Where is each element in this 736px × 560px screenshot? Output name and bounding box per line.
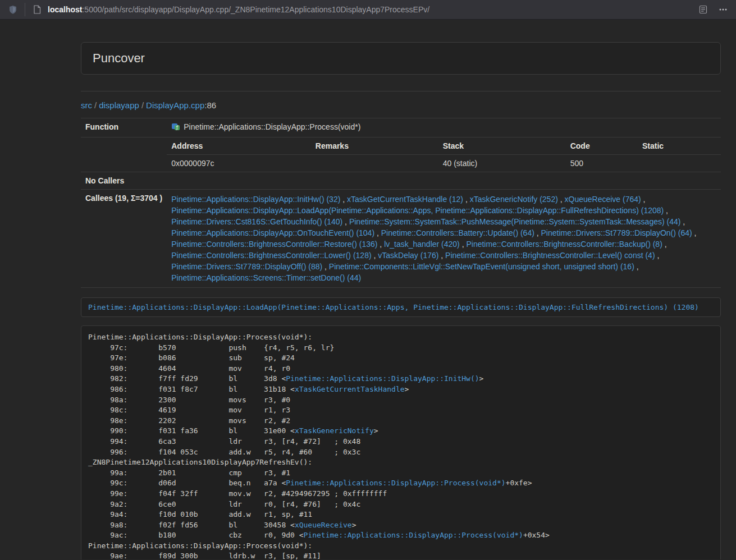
callee-link[interactable]: lv_task_handler (420) [384,240,460,249]
empty-row-label [81,137,167,172]
callee-link[interactable]: vTaskDelay (176) [378,251,438,260]
function-row-label: Function [81,118,167,137]
cell-code: 500 [566,155,638,172]
column-header-stack: Stack [438,137,566,155]
breadcrumb-displayapp-link[interactable]: displayapp [99,100,139,110]
more-menu-icon[interactable] [717,3,729,16]
breadcrumb-src-link[interactable]: src [81,100,92,110]
svg-text:ƒ: ƒ [176,125,179,130]
callee-link[interactable]: xQueueReceive (764) [565,195,641,204]
page-title: Puncover [93,51,145,65]
selected-symbol-link[interactable]: Pinetime::Applications::DisplayApp::Load… [88,303,699,311]
app-header: Puncover [81,42,721,75]
callee-link[interactable]: Pinetime::Applications::DisplayApp::Init… [171,195,340,204]
function-row: Function ƒ Pinetime::A [81,118,721,137]
callee-link[interactable]: Pinetime::Drivers::St7789::DisplayOff() … [171,262,322,271]
selected-symbol-panel: Pinetime::Applications::DisplayApp::Load… [81,297,721,317]
cell-static [638,155,721,172]
url-host: localhost [48,5,82,14]
column-header-remarks: Remarks [311,137,438,155]
callee-link[interactable]: Pinetime::Controllers::BrightnessControl… [445,251,655,260]
assembly-symbol-link[interactable]: Pinetime::Applications::DisplayApp::Init… [286,374,479,383]
callees-list: Pinetime::Applications::DisplayApp::Init… [167,190,721,288]
cell-stack: 40 (static) [438,155,566,172]
callee-link[interactable]: xTaskGetCurrentTaskHandle (12) [347,195,463,204]
breadcrumb-separator: / [141,100,144,110]
function-stats-row: Address Remarks Stack Code Static [81,137,721,172]
assembly-symbol-link[interactable]: xTaskGetCurrentTaskHandle [295,385,405,393]
callees-label: Callees (19, Σ=3704 ) [81,190,167,288]
no-callers-label: No Callers [81,172,167,190]
reader-view-icon[interactable] [697,3,709,16]
column-header-address: Address [167,137,311,155]
column-header-static: Static [638,137,721,155]
assembly-symbol-link[interactable]: xTaskGenericNotify [295,426,374,435]
callees-row: Callees (19, Σ=3704 ) Pinetime::Applicat… [81,190,721,288]
divider [81,91,721,91]
cell-address: 0x0000097c [167,155,311,172]
function-stats-table: Address Remarks Stack Code Static [167,137,721,172]
callee-link[interactable]: Pinetime::Controllers::Battery::Update()… [381,228,534,237]
callee-link[interactable]: Pinetime::Drivers::Cst816S::GetTouchInfo… [171,217,342,226]
assembly-symbol-link[interactable]: xQueueReceive [295,521,352,529]
callee-link[interactable]: Pinetime::Controllers::BrightnessControl… [171,251,371,260]
browser-toolbar: localhost:5000/path/src/displayapp/Displ… [0,0,736,20]
no-callers-cell [167,172,721,190]
page-content: Puncover src/displayapp/DisplayApp.cpp:8… [0,20,736,559]
callee-link[interactable]: xTaskGenericNotify (252) [470,195,558,204]
breadcrumb-line-number: :86 [204,100,216,110]
function-info-table: Function ƒ Pinetime::A [81,118,721,288]
url-bar[interactable]: localhost:5000/path/src/displayapp/Displ… [48,5,688,14]
column-header-code: Code [566,137,638,155]
url-path: :5000/path/src/displayapp/DisplayApp.cpp… [82,5,429,14]
function-icon: ƒ [171,122,180,131]
callee-link[interactable]: Pinetime::Controllers::BrightnessControl… [171,240,377,249]
page-icon [31,3,43,16]
breadcrumb-file-link[interactable]: DisplayApp.cpp [146,100,204,110]
callee-link[interactable]: Pinetime::Applications::Screens::Timer::… [171,273,361,282]
disassembly-panel: Pinetime::Applications::DisplayApp::Proc… [81,325,721,559]
callee-link[interactable]: Pinetime::Drivers::St7789::DisplayOn() (… [541,228,692,237]
shield-icon[interactable] [7,3,19,16]
browser-window: localhost:5000/path/src/displayapp/Displ… [0,0,736,560]
no-callers-row: No Callers [81,172,721,190]
callee-link[interactable]: Pinetime::Applications::DisplayApp::Load… [171,206,664,215]
cell-remarks [311,155,438,172]
table-row: 0x0000097c 40 (static) 500 [167,155,721,172]
callee-link[interactable]: Pinetime::Applications::DisplayApp::OnTo… [171,228,374,237]
callee-link[interactable]: Pinetime::Components::LittleVgl::SetNewT… [329,262,634,271]
breadcrumb: src/displayapp/DisplayApp.cpp:86 [81,100,721,110]
assembly-symbol-link[interactable]: Pinetime::Applications::DisplayApp::Proc… [286,479,505,487]
breadcrumb-separator: / [94,100,97,110]
toolbar-divider [25,3,25,16]
function-name: Pinetime::Applications::DisplayApp::Proc… [184,122,360,131]
disassembly-code: Pinetime::Applications::DisplayApp::Proc… [88,333,550,559]
callee-link[interactable]: Pinetime::Controllers::BrightnessControl… [466,240,662,249]
assembly-symbol-link[interactable]: Pinetime::Applications::DisplayApp::Proc… [304,531,523,539]
callee-link[interactable]: Pinetime::System::SystemTask::PushMessag… [349,217,681,226]
